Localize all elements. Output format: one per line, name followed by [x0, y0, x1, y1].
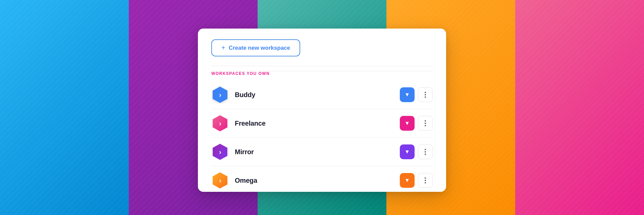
workspace-name-buddy: Buddy [235, 91, 394, 99]
dot-1 [425, 149, 426, 150]
more-button-mirror[interactable] [418, 144, 433, 159]
workspace-controls-mirror: ▼ [400, 144, 433, 159]
dot-1 [425, 120, 426, 122]
plus-icon: + [221, 44, 225, 52]
workspace-modal: + Create new workspace WORKSPACES YOU OW… [198, 29, 446, 192]
dropdown-button-mirror[interactable]: ▼ [400, 144, 415, 159]
section-divider [211, 66, 433, 66]
dot-2 [425, 180, 426, 181]
workspace-controls-omega: ▼ [400, 173, 433, 188]
chevron-icon-freelance: › [219, 120, 221, 127]
workspace-name-freelance: Freelance [235, 120, 394, 127]
more-button-omega[interactable] [418, 173, 433, 188]
bg-strip-cyan [0, 0, 129, 215]
dot-1 [425, 92, 426, 93]
dot-2 [425, 123, 426, 124]
more-button-buddy[interactable] [418, 87, 433, 102]
dropdown-button-freelance[interactable]: ▼ [400, 116, 415, 131]
workspace-icon-mirror: › [211, 143, 229, 161]
workspace-name-omega: Omega [235, 177, 394, 184]
workspace-item-omega: › Omega ▼ [211, 166, 433, 192]
create-workspace-button[interactable]: + Create new workspace [211, 39, 300, 56]
dot-3 [425, 154, 426, 155]
dot-2 [425, 151, 426, 153]
workspace-icon-freelance: › [211, 115, 229, 132]
workspace-name-mirror: Mirror [235, 148, 394, 156]
dot-3 [425, 96, 426, 98]
bg-strip-pink [515, 0, 644, 215]
workspace-controls-freelance: ▼ [400, 116, 433, 131]
dot-3 [425, 182, 426, 183]
workspace-list: › Buddy ▼ [211, 81, 433, 192]
dropdown-arrow-mirror: ▼ [405, 149, 410, 155]
dot-1 [425, 177, 426, 179]
workspace-item-buddy: › Buddy ▼ [211, 81, 433, 109]
workspace-icon-buddy: › [211, 86, 229, 103]
dropdown-button-omega[interactable]: ▼ [400, 173, 415, 188]
chevron-icon-buddy: › [219, 91, 221, 99]
section-label: WORKSPACES YOU OWN [211, 71, 433, 79]
dot-2 [425, 94, 426, 95]
workspace-controls-buddy: ▼ [400, 87, 433, 102]
workspace-item-freelance: › Freelance ▼ [211, 109, 433, 138]
chevron-icon-omega: › [219, 177, 221, 184]
workspace-item-mirror: › Mirror ▼ [211, 138, 433, 166]
dropdown-arrow-omega: ▼ [405, 177, 410, 183]
dropdown-arrow-buddy: ▼ [405, 92, 410, 98]
dropdown-button-buddy[interactable]: ▼ [400, 87, 415, 102]
create-workspace-label: Create new workspace [229, 45, 290, 51]
dot-3 [425, 125, 426, 126]
dropdown-arrow-freelance: ▼ [405, 120, 410, 126]
workspace-icon-omega: › [211, 172, 229, 189]
more-button-freelance[interactable] [418, 116, 433, 131]
chevron-icon-mirror: › [219, 148, 221, 156]
